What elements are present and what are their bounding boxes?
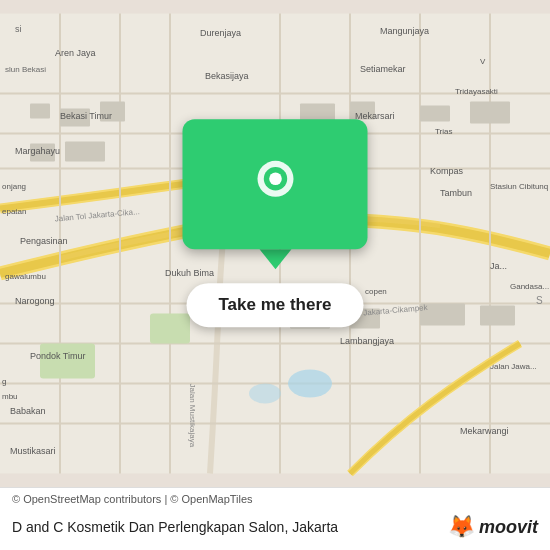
- svg-rect-20: [420, 106, 450, 122]
- svg-text:Mangunjaya: Mangunjaya: [380, 26, 429, 36]
- svg-text:g: g: [2, 377, 6, 386]
- svg-text:Margahayu: Margahayu: [15, 146, 60, 156]
- svg-rect-31: [40, 344, 95, 379]
- moovit-brand-text: moovit: [479, 517, 538, 538]
- svg-point-28: [288, 370, 332, 398]
- location-pin-icon: [248, 157, 302, 211]
- svg-text:Ja...: Ja...: [490, 261, 507, 271]
- moovit-logo[interactable]: 🦊 moovit: [448, 514, 538, 540]
- svg-text:slun Bekasi: slun Bekasi: [5, 65, 46, 74]
- svg-text:Trias: Trias: [435, 127, 452, 136]
- svg-rect-23: [65, 142, 105, 162]
- svg-text:mbu: mbu: [2, 392, 18, 401]
- map-area: si slun Bekasi Aren Jaya Durenjaya Mangu…: [0, 0, 550, 487]
- attribution-row: © OpenStreetMap contributors | © OpenMap…: [12, 488, 538, 508]
- svg-text:Mustikasari: Mustikasari: [10, 446, 56, 456]
- svg-text:Bekasijaya: Bekasijaya: [205, 71, 249, 81]
- svg-text:Pengasinan: Pengasinan: [20, 236, 68, 246]
- svg-text:Tambun: Tambun: [440, 188, 472, 198]
- bottom-bar: © OpenStreetMap contributors | © OpenMap…: [0, 487, 550, 550]
- svg-rect-21: [470, 102, 510, 124]
- svg-text:onjang: onjang: [2, 182, 26, 191]
- svg-text:V: V: [480, 57, 486, 66]
- app-container: si slun Bekasi Aren Jaya Durenjaya Mangu…: [0, 0, 550, 550]
- svg-text:Jalan Mustikajaya: Jalan Mustikajaya: [188, 384, 197, 448]
- svg-text:S: S: [536, 295, 543, 306]
- title-row: D and C Kosmetik Dan Perlengkapan Salon,…: [12, 508, 538, 550]
- svg-text:Aren Jaya: Aren Jaya: [55, 48, 96, 58]
- svg-text:Narogong: Narogong: [15, 296, 55, 306]
- place-title: D and C Kosmetik Dan Perlengkapan Salon,…: [12, 519, 448, 535]
- svg-text:Tridayasakti: Tridayasakti: [455, 87, 498, 96]
- moovit-owl-icon: 🦊: [448, 514, 475, 540]
- svg-text:Bekasi Timur: Bekasi Timur: [60, 111, 112, 121]
- svg-rect-27: [480, 306, 515, 326]
- svg-text:Gandasa...: Gandasa...: [510, 282, 549, 291]
- svg-text:si: si: [15, 24, 22, 34]
- svg-text:epatan: epatan: [2, 207, 26, 216]
- cta-overlay: Take me there: [183, 119, 368, 327]
- svg-point-72: [269, 172, 282, 185]
- svg-text:Jalan Jawa...: Jalan Jawa...: [490, 362, 537, 371]
- svg-text:gawalumbu: gawalumbu: [5, 272, 46, 281]
- svg-point-29: [249, 384, 281, 404]
- card-pointer: [259, 249, 291, 269]
- svg-text:Stasiun Cibitunq: Stasiun Cibitunq: [490, 182, 548, 191]
- svg-text:Pondok Timur: Pondok Timur: [30, 351, 86, 361]
- svg-text:Setiamekar: Setiamekar: [360, 64, 406, 74]
- svg-text:Durenjaya: Durenjaya: [200, 28, 241, 38]
- svg-text:Babakan: Babakan: [10, 406, 46, 416]
- svg-rect-15: [30, 104, 50, 119]
- take-me-there-button[interactable]: Take me there: [186, 283, 363, 327]
- destination-card: [183, 119, 368, 249]
- svg-text:copen: copen: [365, 287, 387, 296]
- svg-text:Kompas: Kompas: [430, 166, 464, 176]
- svg-text:Lambangjaya: Lambangjaya: [340, 336, 394, 346]
- attribution-text: © OpenStreetMap contributors | © OpenMap…: [12, 493, 253, 505]
- svg-text:Mekarwangi: Mekarwangi: [460, 426, 509, 436]
